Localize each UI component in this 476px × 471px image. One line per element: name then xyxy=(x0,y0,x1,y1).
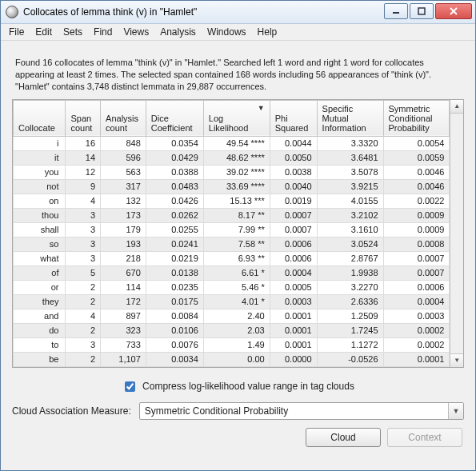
cell-dice[interactable]: 0.0138 xyxy=(146,265,203,280)
cell-smi[interactable]: 1.9938 xyxy=(317,265,383,280)
cell-span[interactable]: 3 xyxy=(66,237,101,251)
cell-dice[interactable]: 0.0175 xyxy=(146,294,203,309)
cell-phi[interactable]: 0.0005 xyxy=(270,280,317,294)
cell-scp[interactable]: 0.0046 xyxy=(383,179,450,194)
cell-phi[interactable]: 0.0006 xyxy=(270,251,317,265)
dropdown-arrow-icon[interactable]: ▼ xyxy=(448,403,463,419)
col-collocate[interactable]: Collocate xyxy=(14,100,66,136)
cell-dice[interactable]: 0.0483 xyxy=(146,179,203,194)
table-row[interactable]: they21720.01754.01 *0.00032.63360.0004 xyxy=(14,294,450,309)
cell-collocate[interactable]: and xyxy=(14,309,66,323)
cell-analysis[interactable]: 132 xyxy=(101,194,146,208)
cell-dice[interactable]: 0.0241 xyxy=(146,237,203,251)
table-row[interactable]: of56700.01386.61 *0.00041.99380.0007 xyxy=(14,265,450,280)
col-scp[interactable]: SymmetricConditionalProbability xyxy=(383,100,450,136)
cell-span[interactable]: 9 xyxy=(66,179,101,194)
cell-smi[interactable]: -0.0526 xyxy=(317,352,383,366)
cell-analysis[interactable]: 323 xyxy=(101,323,146,337)
cell-phi[interactable]: 0.0050 xyxy=(270,150,317,165)
cell-analysis[interactable]: 114 xyxy=(101,280,146,294)
cell-collocate[interactable]: you xyxy=(14,165,66,179)
table-row[interactable]: on41320.042615.13 ***0.00194.01550.0022 xyxy=(14,194,450,208)
cell-smi[interactable]: 3.1610 xyxy=(317,222,383,237)
cell-collocate[interactable]: on xyxy=(14,194,66,208)
cell-dice[interactable]: 0.0219 xyxy=(146,251,203,265)
cell-log[interactable]: 7.58 ** xyxy=(203,237,270,251)
cell-phi[interactable]: 0.0004 xyxy=(270,265,317,280)
cell-smi[interactable]: 3.6481 xyxy=(317,150,383,165)
menu-find[interactable]: Find xyxy=(89,25,117,39)
cell-collocate[interactable]: i xyxy=(14,136,66,150)
scroll-down-icon[interactable]: ▼ xyxy=(450,353,463,367)
cell-smi[interactable]: 1.1272 xyxy=(317,337,383,352)
col-dice[interactable]: DiceCoefficient xyxy=(146,100,203,136)
cell-smi[interactable]: 1.7245 xyxy=(317,323,383,337)
cell-scp[interactable]: 0.0022 xyxy=(383,194,450,208)
cell-dice[interactable]: 0.0076 xyxy=(146,337,203,352)
cell-span[interactable]: 3 xyxy=(66,222,101,237)
cell-scp[interactable]: 0.0003 xyxy=(383,309,450,323)
cell-dice[interactable]: 0.0034 xyxy=(146,352,203,366)
table-row[interactable]: what32180.02196.93 **0.00062.87670.0007 xyxy=(14,251,450,265)
cell-collocate[interactable]: so xyxy=(14,237,66,251)
cell-scp[interactable]: 0.0004 xyxy=(383,294,450,309)
cell-smi[interactable]: 3.2270 xyxy=(317,280,383,294)
cell-phi[interactable]: 0.0007 xyxy=(270,208,317,222)
cell-smi[interactable]: 3.5078 xyxy=(317,165,383,179)
cell-collocate[interactable]: they xyxy=(14,294,66,309)
cell-phi[interactable]: 0.0044 xyxy=(270,136,317,150)
association-measure-combo[interactable]: Symmetric Conditional Probability ▼ xyxy=(139,402,464,420)
table-row[interactable]: it145960.042948.62 ****0.00503.64810.005… xyxy=(14,150,450,165)
cell-phi[interactable]: 0.0040 xyxy=(270,179,317,194)
cloud-button[interactable]: Cloud xyxy=(306,428,381,447)
cell-analysis[interactable]: 172 xyxy=(101,294,146,309)
menu-edit[interactable]: Edit xyxy=(30,25,57,39)
cell-collocate[interactable]: of xyxy=(14,265,66,280)
cell-log[interactable]: 4.01 * xyxy=(203,294,270,309)
cell-analysis[interactable]: 563 xyxy=(101,165,146,179)
cell-span[interactable]: 3 xyxy=(66,337,101,352)
cell-smi[interactable]: 2.6336 xyxy=(317,294,383,309)
cell-analysis[interactable]: 218 xyxy=(101,251,146,265)
table-row[interactable]: thou31730.02628.17 **0.00073.21020.0009 xyxy=(14,208,450,222)
cell-phi[interactable]: 0.0000 xyxy=(270,352,317,366)
scroll-track[interactable] xyxy=(450,114,463,353)
scroll-up-icon[interactable]: ▲ xyxy=(450,100,463,114)
cell-analysis[interactable]: 596 xyxy=(101,150,146,165)
cell-dice[interactable]: 0.0388 xyxy=(146,165,203,179)
cell-collocate[interactable]: not xyxy=(14,179,66,194)
cell-log[interactable]: 6.93 ** xyxy=(203,251,270,265)
cell-span[interactable]: 5 xyxy=(66,265,101,280)
cell-span[interactable]: 2 xyxy=(66,280,101,294)
table-row[interactable]: so31930.02417.58 **0.00063.05240.0008 xyxy=(14,237,450,251)
cell-log[interactable]: 49.54 **** xyxy=(203,136,270,150)
table-row[interactable]: do23230.01062.030.00011.72450.0002 xyxy=(14,323,450,337)
cell-smi[interactable]: 3.2102 xyxy=(317,208,383,222)
cell-span[interactable]: 3 xyxy=(66,208,101,222)
maximize-button[interactable] xyxy=(410,3,434,19)
cell-analysis[interactable]: 317 xyxy=(101,179,146,194)
cell-dice[interactable]: 0.0354 xyxy=(146,136,203,150)
col-log[interactable]: LogLikelihood▼ xyxy=(203,100,270,136)
menu-file[interactable]: File xyxy=(4,25,29,39)
table-row[interactable]: i168480.035449.54 ****0.00443.33200.0054 xyxy=(14,136,450,150)
cell-scp[interactable]: 0.0001 xyxy=(383,352,450,366)
cell-log[interactable]: 39.02 **** xyxy=(203,165,270,179)
menu-views[interactable]: Views xyxy=(118,25,154,39)
cell-span[interactable]: 16 xyxy=(66,136,101,150)
cell-log[interactable]: 5.46 * xyxy=(203,280,270,294)
cell-log[interactable]: 1.49 xyxy=(203,337,270,352)
cell-collocate[interactable]: shall xyxy=(14,222,66,237)
menu-sets[interactable]: Sets xyxy=(58,25,87,39)
cell-dice[interactable]: 0.0262 xyxy=(146,208,203,222)
cell-span[interactable]: 4 xyxy=(66,309,101,323)
cell-smi[interactable]: 1.2509 xyxy=(317,309,383,323)
cell-smi[interactable]: 2.8767 xyxy=(317,251,383,265)
col-phi[interactable]: PhiSquared xyxy=(270,100,317,136)
cell-scp[interactable]: 0.0054 xyxy=(383,136,450,150)
cell-collocate[interactable]: thou xyxy=(14,208,66,222)
table-row[interactable]: to37330.00761.490.00011.12720.0002 xyxy=(14,337,450,352)
cell-log[interactable]: 7.99 ** xyxy=(203,222,270,237)
cell-dice[interactable]: 0.0106 xyxy=(146,323,203,337)
cell-log[interactable]: 6.61 * xyxy=(203,265,270,280)
